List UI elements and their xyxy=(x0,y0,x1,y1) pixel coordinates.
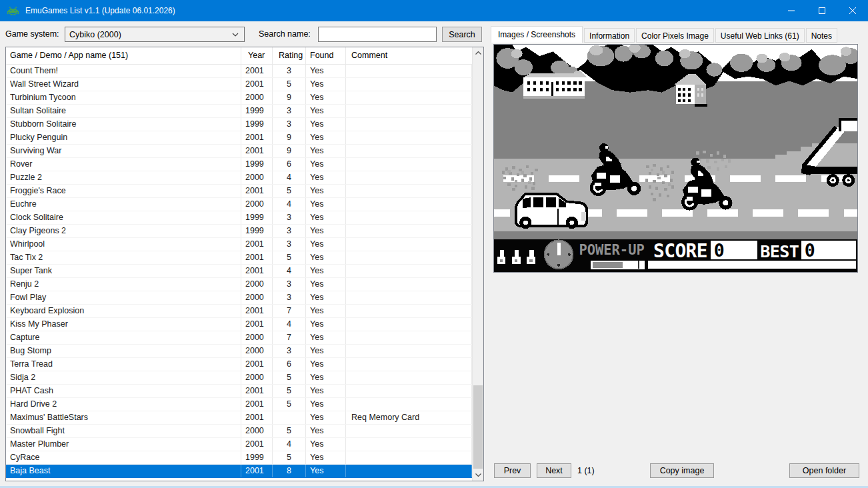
cell-name: Surviving War xyxy=(6,145,241,157)
cell-comment xyxy=(346,331,472,344)
cell-year: 2001 xyxy=(241,411,273,424)
table-row[interactable]: Clay Pigeons 2 1999 3 Yes xyxy=(6,225,472,238)
cell-found: Yes xyxy=(306,411,346,424)
table-row[interactable]: Wall Street Wizard 2001 5 Yes xyxy=(6,78,472,91)
tab-item[interactable]: Color Pixels Image xyxy=(636,28,714,43)
prev-button[interactable]: Prev xyxy=(494,463,531,478)
game-system-select[interactable]: Cybiko (2000) xyxy=(65,27,245,42)
table-row[interactable]: Master Plumber 2001 4 Yes xyxy=(6,438,472,451)
cell-name: PHAT Cash xyxy=(6,385,241,397)
hud-score-value: 0 xyxy=(714,240,725,261)
column-header-found[interactable]: Found xyxy=(306,47,346,64)
cell-comment xyxy=(346,145,472,157)
table-row[interactable]: Keyboard Explosion 2001 7 Yes xyxy=(6,305,472,318)
cell-name: Tac Tix 2 xyxy=(6,251,241,264)
table-row[interactable]: Sidja 2 2000 5 Yes xyxy=(6,371,472,385)
cell-found: Yes xyxy=(306,78,346,91)
tab-bar: Images / ScreenshotsInformationColor Pix… xyxy=(491,26,839,43)
next-button[interactable]: Next xyxy=(537,463,571,478)
table-row[interactable]: Tac Tix 2 2001 5 Yes xyxy=(6,251,472,265)
cell-found: Yes xyxy=(306,118,346,131)
scrollbar-thumb[interactable] xyxy=(473,385,483,469)
cell-comment xyxy=(346,198,472,211)
cell-name: Maximus' BattleStars xyxy=(6,411,241,424)
column-header-year[interactable]: Year xyxy=(241,47,273,64)
cell-found: Yes xyxy=(306,358,346,371)
table-row[interactable]: Baja Beast 2001 8 Yes xyxy=(6,465,472,478)
cell-found: Yes xyxy=(306,145,346,157)
tab-item[interactable]: Images / Screenshots xyxy=(491,26,583,43)
table-row[interactable]: Fowl Play 2000 3 Yes xyxy=(6,291,472,305)
cell-rating: 3 xyxy=(273,238,306,251)
cell-year: 2001 xyxy=(241,305,273,317)
table-row[interactable]: Turbinium Tycoon 2000 9 Yes xyxy=(6,91,472,105)
cell-comment xyxy=(346,358,472,371)
open-folder-button[interactable]: Open folder xyxy=(789,463,859,478)
cell-name: Master Plumber xyxy=(6,438,241,451)
cell-found: Yes xyxy=(306,185,346,197)
cell-comment xyxy=(346,345,472,357)
search-button[interactable]: Search xyxy=(442,27,482,42)
search-input[interactable] xyxy=(318,27,437,42)
table-row[interactable]: Surviving War 2001 9 Yes xyxy=(6,145,472,158)
screenshot-frame: POWER-UP SCORE 0 BEST 0 xyxy=(493,44,858,273)
cell-rating: 4 xyxy=(273,438,306,451)
cell-year: 2001 xyxy=(241,358,273,371)
table-header: Game / Demo / App name (151) Year Rating… xyxy=(6,47,483,65)
table-row[interactable]: Count Them! 2001 3 Yes xyxy=(6,65,472,78)
chevron-down-icon xyxy=(232,33,239,37)
cell-comment xyxy=(346,211,472,224)
cell-name: Baja Beast xyxy=(6,465,241,477)
table-row[interactable]: Plucky Penguin 2001 9 Yes xyxy=(6,131,472,145)
column-header-comment[interactable]: Comment xyxy=(346,47,483,64)
table-row[interactable]: Hard Drive 2 2001 5 Yes xyxy=(6,398,472,411)
cell-rating: 4 xyxy=(273,198,306,211)
cell-comment xyxy=(346,451,472,464)
table-row[interactable]: Capture 2000 7 Yes xyxy=(6,331,472,345)
cell-year: 2000 xyxy=(241,198,273,211)
table-row[interactable]: Rover 1999 6 Yes xyxy=(6,158,472,171)
copy-image-button[interactable]: Copy image xyxy=(650,463,714,478)
tab-item[interactable]: Information xyxy=(584,28,635,43)
table-row[interactable]: Whirlpool 2001 3 Yes xyxy=(6,238,472,251)
cell-comment xyxy=(346,185,472,197)
hud: POWER-UP SCORE 0 BEST 0 xyxy=(494,239,857,272)
maximize-button[interactable] xyxy=(807,0,837,21)
table-row[interactable]: Euchre 2000 4 Yes xyxy=(6,198,472,211)
column-header-rating[interactable]: Rating xyxy=(273,47,306,64)
cell-year: 2001 xyxy=(241,185,273,197)
scroll-down-icon[interactable] xyxy=(473,469,483,481)
cell-found: Yes xyxy=(306,451,346,464)
table-row[interactable]: Stubborn Solitaire 1999 3 Yes xyxy=(6,118,472,131)
table-row[interactable]: Puzzle 2 2000 4 Yes xyxy=(6,171,472,185)
table-row[interactable]: Sultan Solitaire 1999 3 Yes xyxy=(6,105,472,118)
table-row[interactable]: CyRace 1999 5 Yes xyxy=(6,451,472,465)
table-row[interactable]: Snowball Fight 2000 5 Yes xyxy=(6,425,472,438)
table-row[interactable]: Super Tank 2001 4 Yes xyxy=(6,265,472,278)
table-row[interactable]: Maximus' BattleStars 2001 Yes Req Memory… xyxy=(6,411,472,425)
cell-comment xyxy=(346,385,472,397)
cell-year: 2001 xyxy=(241,131,273,144)
cell-found: Yes xyxy=(306,278,346,291)
close-button[interactable] xyxy=(837,0,868,21)
cell-year: 1999 xyxy=(241,211,273,224)
scroll-up-icon[interactable] xyxy=(473,47,483,59)
table-row[interactable]: Renju 2 2000 3 Yes xyxy=(6,278,472,291)
column-header-name[interactable]: Game / Demo / App name (151) xyxy=(6,47,241,64)
table-row[interactable]: Terra Tread 2001 6 Yes xyxy=(6,358,472,371)
cell-comment xyxy=(346,318,472,331)
cell-found: Yes xyxy=(306,305,346,317)
minimize-button[interactable] xyxy=(776,0,807,21)
tab-item[interactable]: Useful Web Links (61) xyxy=(715,28,805,43)
cell-found: Yes xyxy=(306,238,346,251)
table-row[interactable]: Froggie's Race 2001 5 Yes xyxy=(6,185,472,198)
table-row[interactable]: Bug Stomp 2000 3 Yes xyxy=(6,345,472,358)
tab-item[interactable]: Notes xyxy=(806,28,837,43)
cell-rating: 5 xyxy=(273,385,306,397)
table-scrollbar[interactable] xyxy=(472,47,483,481)
table-row[interactable]: Clock Solitaire 1999 3 Yes xyxy=(6,211,472,225)
cell-found: Yes xyxy=(306,331,346,344)
table-row[interactable]: PHAT Cash 2001 5 Yes xyxy=(6,385,472,398)
cell-found: Yes xyxy=(306,265,346,277)
table-row[interactable]: Kiss My Phaser 2001 4 Yes xyxy=(6,318,472,331)
